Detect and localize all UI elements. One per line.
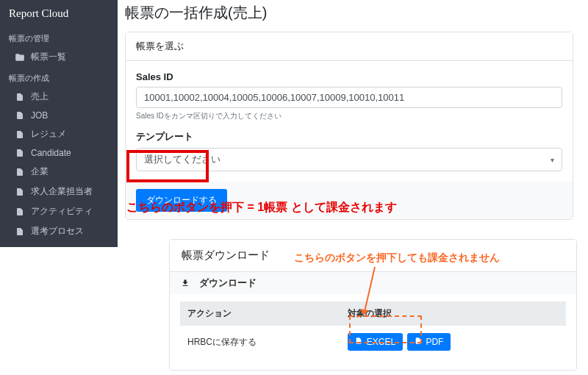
folder-open-icon (15, 52, 25, 63)
pdf-button[interactable]: PDF (407, 333, 451, 351)
file-icon (15, 129, 25, 140)
file-icon (15, 226, 25, 237)
annotation-arrow (382, 263, 383, 264)
file-icon (15, 207, 25, 217)
svg-line-0 (364, 267, 375, 315)
sales-id-help: Sales IDをカンマ区切りで入力してください (136, 111, 562, 121)
template-select[interactable]: 選択してください (136, 148, 562, 171)
file-icon (15, 110, 25, 121)
download-subheader-text: ダウンロード (199, 276, 257, 290)
sidebar-item-candidate[interactable]: Candidate (0, 144, 118, 162)
annotation-text-billing: こちらのボタンを押下 = 1帳票 として課金されます (126, 200, 397, 215)
sidebar-item-label: 帳票一覧 (31, 51, 66, 63)
sidebar-item-job[interactable]: JOB (0, 107, 118, 124)
file-icon (15, 92, 25, 102)
sidebar-item-label: 売上 (31, 90, 49, 103)
sidebar-item-company[interactable]: 企業 (0, 162, 118, 182)
excel-button-label: EXCEL (367, 337, 395, 347)
sidebar-item-label: 求人企業担当者 (31, 185, 93, 198)
sidebar-item-label: JOB (31, 110, 48, 121)
panel-header: 帳票を選ぶ (126, 32, 573, 61)
sidebar-item-label: 選考プロセス (31, 225, 84, 238)
sidebar-item-recruiter[interactable]: 求人企業担当者 (0, 182, 118, 201)
page-title: 帳票の一括作成(売上) (125, 3, 573, 23)
file-icon (15, 187, 25, 197)
sales-id-input[interactable] (136, 87, 562, 108)
template-label: テンプレート (136, 130, 562, 143)
sidebar-item-label: 企業 (31, 165, 49, 178)
sidebar-item-label: アクティビティ (31, 205, 93, 218)
download-icon (180, 278, 190, 288)
sales-id-label: Sales ID (136, 71, 562, 82)
pdf-button-label: PDF (426, 337, 443, 347)
sidebar-item-label: Candidate (31, 148, 71, 158)
file-icon (15, 167, 25, 177)
file-icon (15, 148, 25, 158)
svg-marker-1 (360, 309, 369, 315)
brand-logo: Report Cloud (0, 0, 118, 27)
excel-button[interactable]: EXCEL (348, 333, 403, 351)
sidebar-item-report-list[interactable]: 帳票一覧 (0, 47, 118, 67)
table-row: HRBCに保存する EXCEL PDF (180, 326, 566, 358)
sidebar: Report Cloud 帳票の管理 帳票一覧 帳票の作成 売上 JOB レジュ… (0, 0, 118, 247)
row-action-text: HRBCに保存する (180, 326, 340, 358)
form-panel: 帳票を選ぶ Sales ID Sales IDをカンマ区切りで入力してください … (125, 32, 573, 220)
sidebar-section-create: 帳票の作成 (0, 67, 118, 87)
sidebar-item-label: レジュメ (31, 128, 66, 140)
file-icon (355, 337, 365, 347)
col-action: アクション (180, 301, 340, 326)
template-selected-value: 選択してください (144, 154, 220, 165)
sidebar-item-selection-process[interactable]: 選考プロセス (0, 221, 118, 241)
sidebar-section-manage: 帳票の管理 (0, 27, 118, 47)
sidebar-item-sales[interactable]: 売上 (0, 87, 118, 107)
file-icon (415, 337, 424, 347)
sidebar-item-resume[interactable]: レジュメ (0, 124, 118, 144)
sidebar-item-activity[interactable]: アクティビティ (0, 201, 118, 221)
